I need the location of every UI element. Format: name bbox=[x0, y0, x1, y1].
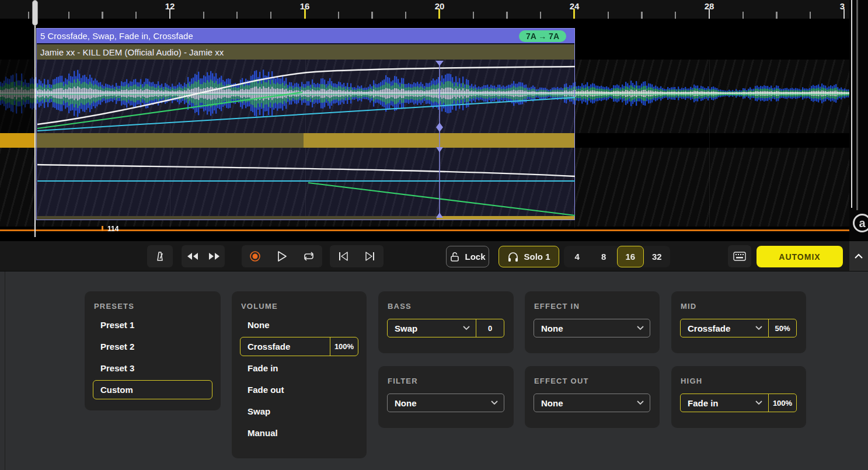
solo-label: Solo 1 bbox=[524, 252, 550, 262]
solo-button[interactable]: Solo 1 bbox=[499, 246, 559, 267]
playhead-handle[interactable] bbox=[32, 0, 38, 26]
beats-length-group: 4 8 16 32 bbox=[564, 246, 670, 267]
high-amount[interactable]: 100% bbox=[768, 394, 796, 412]
high-dropdown[interactable]: Fade in 100% bbox=[680, 394, 797, 412]
rewind-button[interactable] bbox=[182, 245, 203, 267]
lock-button[interactable]: Lock bbox=[446, 246, 489, 267]
metronome-button[interactable] bbox=[147, 245, 173, 267]
presets-card: PRESETS Preset 1 Preset 2 Preset 3 Custo… bbox=[85, 291, 221, 410]
chevron-down-icon bbox=[463, 326, 476, 330]
metronome-icon bbox=[154, 250, 166, 262]
key-match-badge: 7A → 7A bbox=[519, 30, 566, 42]
effect-out-value: None bbox=[534, 398, 637, 408]
bass-dropdown[interactable]: Swap 0 bbox=[387, 319, 504, 337]
timeline-ruler[interactable]: 8 12 16 20 24 28 3 bbox=[0, 0, 849, 19]
preset-item-custom[interactable]: Custom bbox=[93, 380, 212, 399]
fast-forward-button[interactable] bbox=[203, 245, 225, 267]
high-value: Fade in bbox=[681, 398, 755, 408]
filter-title: FILTER bbox=[388, 377, 514, 385]
beats-option-8[interactable]: 8 bbox=[591, 246, 618, 267]
record-button[interactable] bbox=[242, 245, 269, 267]
play-icon bbox=[277, 250, 287, 262]
tempo-line bbox=[0, 229, 849, 231]
tempo-tick bbox=[102, 226, 103, 231]
chevron-down-icon bbox=[491, 401, 504, 405]
keyboard-icon bbox=[733, 252, 746, 261]
playhead-line bbox=[34, 0, 36, 237]
mid-title: MID bbox=[681, 302, 806, 311]
bass-amount[interactable]: 0 bbox=[476, 319, 504, 337]
high-card: HIGH Fade in 100% bbox=[671, 366, 806, 428]
skip-to-end-button[interactable] bbox=[357, 245, 384, 267]
chevron-down-icon bbox=[637, 326, 650, 330]
ruler-number: 24 bbox=[570, 1, 580, 11]
seek-group bbox=[182, 245, 225, 267]
bass-value: Swap bbox=[388, 323, 463, 333]
volume-option-fade-out[interactable]: Fade out bbox=[240, 380, 358, 399]
bass-title: BASS bbox=[388, 302, 514, 311]
playback-group bbox=[242, 245, 322, 267]
transition-header[interactable]: 5 Crossfade, Swap, Fade in, Crossfade 7A… bbox=[37, 29, 574, 43]
filter-dropdown[interactable]: None bbox=[387, 394, 504, 412]
mid-dropdown[interactable]: Crossfade 50% bbox=[680, 319, 797, 337]
automix-button[interactable]: AUTOMIX bbox=[757, 246, 843, 267]
skip-end-icon bbox=[365, 252, 375, 261]
mid-amount[interactable]: 50% bbox=[768, 319, 796, 337]
tempo-value: 114 bbox=[107, 225, 118, 233]
automix-label: AUTOMIX bbox=[779, 252, 820, 262]
volume-amount[interactable]: 100% bbox=[330, 337, 358, 356]
ruler-number: 16 bbox=[300, 1, 310, 11]
transport-toolbar: Lock Solo 1 4 8 16 32 AUTOMIX bbox=[0, 241, 868, 271]
effect-in-value: None bbox=[534, 323, 637, 333]
play-button[interactable] bbox=[269, 245, 295, 267]
beats-option-4[interactable]: 4 bbox=[564, 246, 591, 267]
skip-to-start-button[interactable] bbox=[330, 245, 357, 267]
vertical-scrollbar[interactable] bbox=[851, 0, 852, 208]
loop-icon bbox=[302, 251, 315, 262]
effect-out-title: EFFECT OUT bbox=[534, 377, 660, 385]
mid-value: Crossfade bbox=[681, 323, 755, 333]
volume-option-crossfade[interactable]: Crossfade 100% bbox=[240, 337, 358, 356]
preset-item-1[interactable]: Preset 1 bbox=[93, 315, 212, 335]
lock-icon bbox=[449, 251, 460, 262]
volume-title: VOLUME bbox=[241, 302, 367, 311]
beats-option-16[interactable]: 16 bbox=[617, 246, 644, 267]
chevron-up-icon bbox=[854, 253, 863, 259]
keyboard-shortcuts-button[interactable] bbox=[728, 245, 751, 267]
chevron-down-icon bbox=[637, 401, 650, 405]
timeline-section: 8 12 16 20 24 28 3 Jamie xx - KILL DEM (… bbox=[0, 0, 868, 241]
transition-title: 5 Crossfade, Swap, Fade in, Crossfade bbox=[37, 31, 519, 41]
transition-selection[interactable]: 5 Crossfade, Swap, Fade in, Crossfade 7A… bbox=[36, 28, 575, 220]
rewind-icon bbox=[187, 252, 198, 260]
collapse-panel-button[interactable] bbox=[849, 241, 868, 271]
vertical-scrollbar[interactable] bbox=[856, 0, 858, 210]
high-title: HIGH bbox=[681, 377, 806, 385]
fast-forward-icon bbox=[208, 252, 220, 260]
volume-option-none[interactable]: None bbox=[240, 315, 358, 335]
skip-start-icon bbox=[338, 252, 348, 261]
preset-item-3[interactable]: Preset 3 bbox=[93, 358, 212, 378]
effect-in-title: EFFECT IN bbox=[534, 302, 660, 311]
volume-card: VOLUME None Crossfade 100% Fade in Fade … bbox=[232, 291, 367, 458]
transition-editor: PRESETS Preset 1 Preset 2 Preset 3 Custo… bbox=[0, 271, 868, 470]
chevron-down-icon bbox=[755, 326, 768, 330]
effect-in-dropdown[interactable]: None bbox=[534, 319, 650, 337]
chevron-down-icon bbox=[755, 401, 768, 405]
preset-item-2[interactable]: Preset 2 bbox=[93, 337, 212, 356]
lock-label: Lock bbox=[465, 252, 485, 262]
filter-value: None bbox=[388, 398, 491, 408]
record-icon bbox=[249, 250, 261, 262]
mid-card: MID Crossfade 50% bbox=[671, 291, 806, 353]
effect-out-card: EFFECT OUT None bbox=[525, 366, 660, 428]
loop-button[interactable] bbox=[295, 245, 322, 267]
filter-card: FILTER None bbox=[378, 366, 514, 428]
editor-left-divider bbox=[5, 271, 5, 470]
volume-option-swap[interactable]: Swap bbox=[240, 402, 358, 421]
volume-option-fade-in[interactable]: Fade in bbox=[240, 358, 358, 378]
effect-out-dropdown[interactable]: None bbox=[534, 394, 650, 412]
volume-option-manual[interactable]: Manual bbox=[240, 423, 358, 443]
ruler-number: 12 bbox=[165, 1, 175, 11]
beats-option-32[interactable]: 32 bbox=[644, 246, 671, 267]
ruler-number: 28 bbox=[705, 1, 714, 11]
headphones-icon bbox=[507, 252, 519, 262]
